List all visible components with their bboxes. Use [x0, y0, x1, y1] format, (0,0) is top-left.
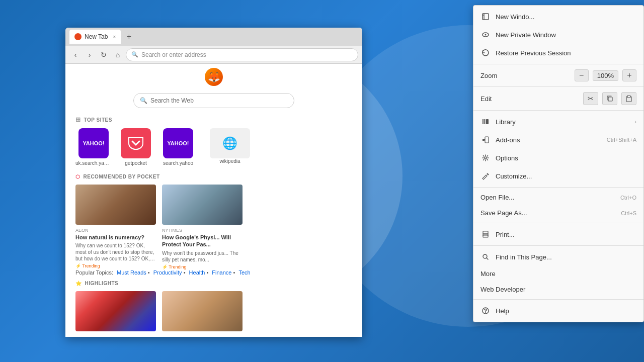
tab-bar: New Tab × +: [65, 28, 362, 46]
menu-item-new-private-window[interactable]: New Private Window: [473, 26, 643, 44]
popular-topics-label: Popular Topics:: [75, 269, 113, 276]
article-card-2[interactable]: NYTIMES How Google's Physi... Will Prote…: [162, 185, 243, 269]
copy-button[interactable]: [602, 92, 617, 105]
article-source-1: AEON: [75, 228, 156, 233]
home-button[interactable]: ⌂: [112, 49, 124, 61]
library-arrow-icon: ›: [634, 119, 636, 125]
site-tile-getpocket[interactable]: getpocket: [118, 128, 154, 166]
highlights-icon: ⭐: [75, 281, 82, 286]
menu-item-customize[interactable]: Customize...: [473, 167, 643, 185]
edit-label: Edit: [480, 95, 579, 103]
highlight-thumb-1: [75, 291, 156, 331]
zoom-increase-button[interactable]: +: [622, 69, 636, 81]
pocket-logo-icon: ⬡: [75, 174, 80, 179]
topic-productivity[interactable]: Productivity: [153, 269, 182, 276]
menu-item-more[interactable]: More: [473, 266, 643, 282]
library-label: Library: [496, 118, 629, 126]
options-label: Options: [496, 154, 636, 162]
zoom-label: Zoom: [480, 72, 571, 79]
menu-item-new-window[interactable]: New Windo...: [473, 8, 643, 26]
find-icon: [480, 252, 491, 262]
site-tile-yahoo-uk[interactable]: YAHOO! uk.search.yahoo: [75, 128, 112, 166]
highlights-header: ⭐ HIGHLIGHTS: [75, 281, 352, 286]
browser-window: New Tab × + ‹ › ↻ ⌂ 🔍 Search or enter ad…: [65, 28, 362, 337]
menu-item-print[interactable]: Print...: [473, 225, 643, 243]
separator-4: [473, 187, 643, 188]
svg-rect-13: [483, 231, 488, 234]
article-card-1[interactable]: AEON How natural is numeracy? Why can we…: [75, 185, 156, 269]
wikipedia-icon: 🌐: [210, 128, 250, 158]
menu-item-save-page[interactable]: Save Page As... Ctrl+S: [473, 205, 643, 221]
pocket-header-label: RECOMMENDED BY POCKET: [84, 174, 160, 179]
article-trending-1: ⚡ Trending: [75, 263, 156, 268]
web-developer-label: Web Developer: [480, 286, 636, 293]
article-title-1: How natural is numeracy?: [75, 234, 156, 241]
separator-1: [473, 64, 643, 64]
zoom-value-display: 100%: [593, 70, 618, 81]
back-button[interactable]: ‹: [69, 49, 82, 61]
zoom-decrease-button[interactable]: −: [575, 69, 589, 81]
article-thumb-1: [75, 185, 156, 225]
menu-item-addons[interactable]: Add-ons Ctrl+Shift+A: [473, 131, 643, 149]
site-tile-yahoo[interactable]: YAHOO! search.yahoo: [160, 128, 196, 166]
svg-point-12: [485, 157, 487, 159]
highlight-card-1[interactable]: [75, 291, 156, 333]
browser-menu: New Windo... New Private Window Restore …: [473, 5, 644, 322]
save-page-label: Save Page As...: [480, 209, 616, 217]
new-tab-content: 🔍 Search the Web ⊞ TOP SITES YAHOO! uk.s…: [65, 88, 362, 337]
menu-item-find[interactable]: Find in This Page...: [473, 248, 643, 266]
article-thumb-2: [162, 185, 243, 225]
highlight-card-2[interactable]: [162, 291, 243, 333]
pocket-articles: AEON How natural is numeracy? Why can we…: [75, 185, 352, 269]
tab-close-button[interactable]: ×: [113, 34, 116, 40]
addons-label: Add-ons: [496, 136, 602, 144]
topic-must-reads[interactable]: Must Reads: [117, 269, 146, 276]
pocket-icon: [121, 128, 151, 158]
forward-button[interactable]: ›: [84, 49, 96, 61]
article-trending-2: ⚡ Trending: [162, 264, 243, 269]
article-title-2: How Google's Physi... Will Protect Your …: [162, 234, 243, 248]
topic-finance[interactable]: Finance: [212, 269, 231, 276]
tab-favicon: [74, 33, 82, 40]
library-icon: [480, 117, 491, 127]
svg-point-18: [485, 312, 486, 313]
menu-item-library[interactable]: Library ›: [473, 113, 643, 131]
svg-rect-11: [484, 139, 485, 140]
separator-2: [473, 86, 643, 87]
menu-item-open-file[interactable]: Open File... Ctrl+O: [473, 190, 643, 205]
navigation-bar: ‹ › ↻ ⌂ 🔍 Search or enter address: [65, 46, 362, 64]
svg-point-2: [485, 34, 487, 36]
getpocket-label: getpocket: [118, 160, 154, 166]
topic-health[interactable]: Health: [189, 269, 205, 276]
cut-button[interactable]: ✂: [583, 92, 598, 105]
popular-topics: Popular Topics: Must Reads • Productivit…: [75, 269, 352, 276]
new-private-window-label: New Private Window: [496, 31, 636, 39]
svg-rect-7: [485, 119, 486, 124]
menu-item-options[interactable]: Options: [473, 149, 643, 167]
reload-button[interactable]: ↻: [98, 49, 110, 61]
active-tab[interactable]: New Tab ×: [69, 30, 121, 44]
firefox-logo-area: 🦊: [65, 64, 362, 88]
svg-rect-0: [482, 14, 489, 20]
open-file-shortcut: Ctrl+O: [620, 195, 636, 201]
top-sites-grid: YAHOO! uk.search.yahoo getpocket YAHOO! …: [75, 128, 352, 166]
menu-item-help[interactable]: Help: [473, 302, 643, 320]
svg-rect-10: [485, 137, 489, 143]
paste-button[interactable]: [621, 92, 636, 105]
print-label: Print...: [496, 231, 636, 238]
options-icon: [480, 153, 491, 163]
help-label: Help: [496, 307, 636, 315]
customize-label: Customize...: [496, 172, 636, 180]
separator-7: [473, 299, 643, 300]
pocket-header: ⬡ RECOMMENDED BY POCKET: [75, 174, 352, 179]
site-tile-wikipedia[interactable]: 🌐 wikipedia: [202, 128, 258, 166]
new-window-icon: [480, 12, 491, 22]
address-search-icon: 🔍: [131, 51, 138, 58]
address-bar[interactable]: 🔍 Search or enter address: [126, 48, 358, 61]
web-search-bar[interactable]: 🔍 Search the Web: [133, 93, 294, 108]
menu-item-web-developer[interactable]: Web Developer: [473, 282, 643, 297]
menu-item-restore-session[interactable]: Restore Previous Session: [473, 44, 643, 62]
new-tab-button[interactable]: +: [123, 31, 135, 43]
tab-title: New Tab: [85, 33, 108, 40]
topic-tech[interactable]: Tech: [238, 269, 250, 276]
